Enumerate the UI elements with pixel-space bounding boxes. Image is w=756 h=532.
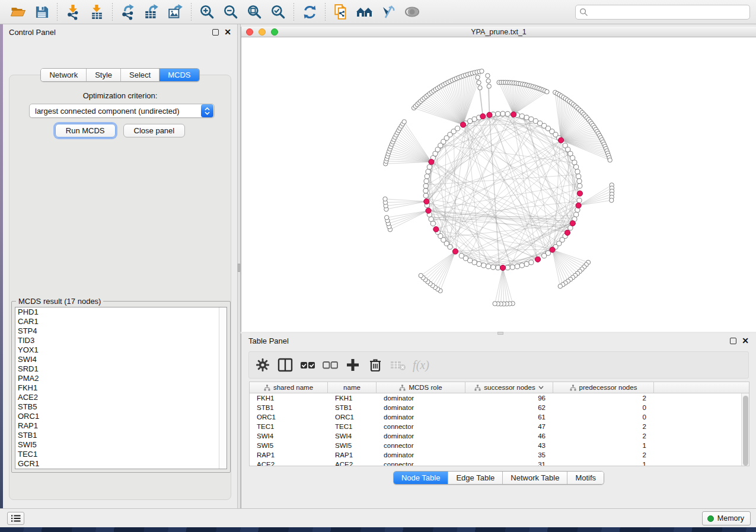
mcds-result-item[interactable]: CAR1 bbox=[15, 317, 227, 326]
network-overview-icon[interactable] bbox=[353, 2, 377, 22]
table-row[interactable]: SWI5SWI5connector431 bbox=[250, 441, 749, 450]
mcds-list-scrollbar[interactable] bbox=[219, 307, 227, 469]
table-row[interactable]: ORC1ORC1dominator610 bbox=[250, 412, 749, 422]
close-light-icon[interactable] bbox=[246, 28, 253, 36]
mcds-result-item[interactable]: ACE2 bbox=[15, 393, 227, 402]
tab-select[interactable]: Select bbox=[121, 69, 160, 81]
search-input[interactable] bbox=[591, 8, 746, 17]
tab-network-table[interactable]: Network Table bbox=[503, 472, 567, 484]
show-columns-icon[interactable] bbox=[276, 356, 294, 374]
open-folder-icon[interactable] bbox=[6, 2, 30, 22]
column-header-predecessor-nodes[interactable]: predecessor nodes bbox=[553, 382, 654, 393]
float-table-panel-icon[interactable] bbox=[730, 338, 736, 344]
tab-node-table[interactable]: Node Table bbox=[394, 472, 449, 484]
tab-style[interactable]: Style bbox=[87, 69, 121, 81]
mcds-result-item[interactable]: SWI5 bbox=[15, 440, 227, 450]
network-canvas-svg bbox=[241, 37, 756, 332]
table-panel-tabs: Node Table Edge Table Network Table Moti… bbox=[241, 471, 756, 485]
status-bar: Memory bbox=[0, 508, 756, 527]
table-cell: ORC1 bbox=[250, 414, 328, 421]
mcds-result-item[interactable]: GCR1 bbox=[15, 459, 227, 469]
import-table-icon[interactable] bbox=[85, 2, 109, 22]
column-header-label: successor nodes bbox=[484, 384, 535, 391]
table-cell: 43 bbox=[465, 442, 553, 449]
mcds-result-item[interactable]: FKH1 bbox=[15, 383, 227, 393]
column-header-MCDS-role[interactable]: MCDS role bbox=[377, 382, 465, 393]
table-cell: 96 bbox=[465, 395, 553, 402]
select-all-icon[interactable] bbox=[299, 356, 317, 374]
table-row[interactable]: STB1STB1dominator620 bbox=[250, 403, 749, 412]
float-panel-icon[interactable] bbox=[212, 29, 219, 36]
table-row[interactable]: FKH1FKH1dominator962 bbox=[250, 393, 749, 403]
gear-icon[interactable] bbox=[254, 356, 272, 374]
table-cell: SWI4 bbox=[328, 432, 377, 440]
mcds-result-item[interactable]: RAP1 bbox=[15, 421, 227, 431]
show-graphics-details-icon[interactable] bbox=[400, 2, 424, 22]
run-mcds-button[interactable]: Run MCDS bbox=[55, 124, 116, 137]
zoom-in-icon[interactable] bbox=[195, 2, 219, 22]
table-row[interactable]: SWI4SWI4dominator462 bbox=[250, 431, 749, 441]
export-image-icon[interactable] bbox=[164, 2, 187, 22]
splitter-grip[interactable] bbox=[238, 264, 240, 272]
table-cell: dominator bbox=[377, 414, 465, 421]
table-toolbar: f(x) bbox=[248, 351, 749, 379]
column-header-shared-name[interactable]: shared name bbox=[250, 382, 328, 393]
save-icon[interactable] bbox=[30, 2, 53, 22]
tab-edge-table[interactable]: Edge Table bbox=[448, 472, 503, 484]
mcds-result-item[interactable]: SWI4 bbox=[15, 355, 227, 364]
memory-button[interactable]: Memory bbox=[702, 511, 751, 525]
table-cell: 35 bbox=[465, 451, 553, 459]
tab-mcds[interactable]: MCDS bbox=[160, 69, 199, 81]
mcds-result-item[interactable]: ORC1 bbox=[15, 412, 227, 421]
table-panel-title: Table Panel bbox=[248, 336, 289, 345]
node-table[interactable]: shared namenameMCDS rolesuccessor nodesp… bbox=[249, 382, 749, 466]
dropdown-stepper-icon bbox=[201, 104, 213, 117]
table-row[interactable]: ACE2ACE2connector311 bbox=[250, 460, 749, 466]
clone-network-icon[interactable] bbox=[329, 2, 353, 22]
table-cell: connector bbox=[377, 423, 465, 430]
tab-motifs[interactable]: Motifs bbox=[567, 472, 604, 484]
close-panel-button[interactable]: Close panel bbox=[123, 124, 186, 137]
table-row[interactable]: TEC1TEC1connector472 bbox=[250, 422, 749, 431]
mcds-result-item[interactable]: SRD1 bbox=[15, 364, 227, 374]
search-field[interactable] bbox=[575, 5, 750, 20]
apply-layout-icon[interactable] bbox=[298, 2, 321, 22]
network-canvas[interactable] bbox=[241, 37, 756, 332]
import-network-icon[interactable] bbox=[61, 2, 85, 22]
hide-graphics-details-icon[interactable] bbox=[377, 2, 400, 22]
table-cell: FKH1 bbox=[328, 395, 377, 402]
mcds-result-list[interactable]: PHD1CAR1STP4TID3YOX1SWI4SRD1PMA2FKH1ACE2… bbox=[15, 307, 227, 469]
add-icon[interactable] bbox=[344, 356, 362, 374]
close-panel-icon[interactable]: ✕ bbox=[224, 29, 231, 36]
mcds-result-item[interactable]: STP4 bbox=[15, 326, 227, 336]
horizontal-splitter-grip[interactable] bbox=[497, 332, 503, 335]
panel-menu-button[interactable] bbox=[7, 512, 24, 525]
export-table-icon[interactable] bbox=[140, 2, 164, 22]
table-scrollbar[interactable] bbox=[741, 393, 749, 466]
mcds-result-item[interactable]: PHD1 bbox=[15, 307, 227, 317]
table-row[interactable]: RAP1RAP1dominator352 bbox=[250, 450, 749, 460]
mcds-result-item[interactable]: YOX1 bbox=[15, 345, 227, 355]
network-window-titlebar[interactable]: YPA_prune.txt_1 bbox=[241, 27, 756, 37]
minimize-light-icon[interactable] bbox=[259, 28, 266, 36]
mcds-result-item[interactable]: TEC1 bbox=[15, 450, 227, 459]
mcds-result-item[interactable]: PMA2 bbox=[15, 374, 227, 383]
mcds-result-item[interactable]: TID3 bbox=[15, 336, 227, 345]
deselect-all-icon[interactable] bbox=[321, 356, 339, 374]
zoom-light-icon[interactable] bbox=[271, 28, 278, 36]
zoom-fit-icon[interactable] bbox=[243, 2, 266, 22]
mcds-result-item[interactable]: STB5 bbox=[15, 402, 227, 412]
column-header-successor-nodes[interactable]: successor nodes bbox=[465, 382, 553, 393]
column-header-name[interactable]: name bbox=[328, 382, 377, 393]
table-cell: 2 bbox=[553, 432, 654, 440]
export-network-icon[interactable] bbox=[116, 2, 140, 22]
zoom-selected-icon[interactable] bbox=[266, 2, 290, 22]
zoom-out-icon[interactable] bbox=[219, 2, 243, 22]
table-scrollbar-thumb[interactable] bbox=[743, 396, 748, 466]
mcds-result-item[interactable]: STB1 bbox=[15, 431, 227, 440]
delete-icon[interactable] bbox=[366, 356, 384, 374]
tab-network[interactable]: Network bbox=[41, 69, 87, 81]
optimization-criterion-select[interactable]: largest connected component (undirected) bbox=[29, 104, 215, 118]
search-icon bbox=[579, 8, 588, 17]
close-table-panel-icon[interactable]: ✕ bbox=[742, 338, 749, 344]
